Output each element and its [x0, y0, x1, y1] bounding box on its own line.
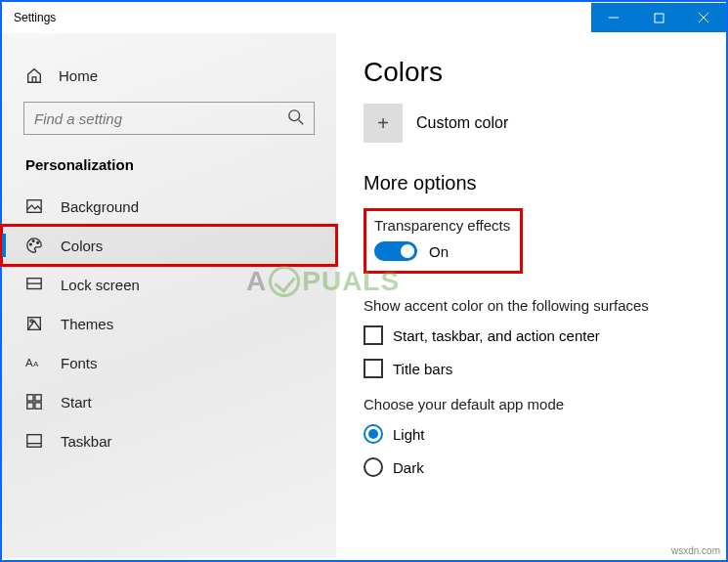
- svg-point-7: [30, 243, 32, 245]
- window-body: Home Personalization Background Colo: [2, 33, 726, 558]
- radio-icon: [364, 424, 383, 444]
- palette-icon: [25, 237, 43, 254]
- sidebar-item-taskbar[interactable]: Taskbar: [2, 421, 336, 460]
- window-controls: [591, 3, 726, 32]
- search-input[interactable]: [23, 102, 315, 135]
- svg-rect-18: [27, 403, 33, 409]
- sidebar-item-label: Background: [61, 198, 139, 215]
- transparency-group: Transparency effects On: [364, 208, 699, 274]
- source-credit: wsxdn.com: [671, 545, 720, 556]
- svg-line-5: [299, 120, 304, 125]
- settings-window: Settings Home: [0, 0, 728, 562]
- checkbox-label: Start, taskbar, and action center: [393, 327, 600, 344]
- custom-color-label: Custom color: [416, 114, 508, 132]
- sidebar-item-start[interactable]: Start: [2, 382, 336, 421]
- svg-point-9: [37, 241, 39, 243]
- sidebar-item-fonts[interactable]: AA Fonts: [2, 343, 336, 382]
- themes-icon: [25, 315, 43, 332]
- home-label: Home: [59, 67, 98, 84]
- maximize-icon: [654, 13, 664, 23]
- sidebar-item-background[interactable]: Background: [2, 187, 336, 226]
- plus-icon: +: [377, 112, 389, 135]
- transparency-row: On: [374, 241, 510, 261]
- checkbox-label: Title bars: [393, 361, 452, 377]
- svg-rect-6: [27, 200, 41, 213]
- sidebar-item-label: Start: [61, 394, 92, 411]
- radio-label: Dark: [393, 459, 424, 476]
- search-icon: [287, 108, 305, 130]
- svg-text:A: A: [33, 360, 39, 368]
- svg-rect-20: [27, 435, 41, 448]
- custom-color-row: + Custom color: [364, 104, 699, 143]
- accent-surfaces-heading: Show accent color on the following surfa…: [364, 297, 699, 314]
- close-icon: [698, 12, 709, 23]
- sidebar-item-themes[interactable]: Themes: [2, 304, 336, 343]
- sidebar-item-lockscreen[interactable]: Lock screen: [2, 265, 336, 304]
- checkbox-icon: [364, 325, 383, 345]
- svg-rect-16: [27, 395, 33, 401]
- titlebar: Settings: [2, 2, 726, 33]
- maximize-button[interactable]: [636, 3, 681, 32]
- fonts-icon: AA: [25, 354, 43, 371]
- sidebar-item-label: Taskbar: [61, 433, 112, 450]
- svg-rect-19: [35, 403, 41, 409]
- mode-dark-radio[interactable]: Dark: [364, 457, 699, 477]
- page-title: Colors: [364, 57, 699, 88]
- more-options-heading: More options: [364, 172, 699, 195]
- main-panel: Colors + Custom color More options Trans…: [336, 33, 726, 558]
- highlight-box: Transparency effects On: [364, 208, 523, 274]
- category-heading: Personalization: [2, 152, 336, 187]
- minimize-icon: [608, 12, 620, 23]
- svg-text:A: A: [25, 357, 33, 368]
- accent-titlebars-checkbox[interactable]: Title bars: [364, 359, 699, 378]
- taskbar-icon: [25, 432, 43, 450]
- sidebar-item-label: Lock screen: [61, 277, 140, 293]
- sidebar-item-label: Colors: [61, 238, 103, 254]
- accent-start-taskbar-checkbox[interactable]: Start, taskbar, and action center: [364, 325, 699, 345]
- svg-point-13: [30, 320, 33, 323]
- lockscreen-icon: [25, 276, 43, 293]
- radio-icon: [364, 457, 383, 477]
- start-icon: [25, 393, 43, 411]
- app-mode-heading: Choose your default app mode: [364, 396, 699, 412]
- custom-color-button[interactable]: +: [364, 104, 403, 143]
- sidebar-item-colors[interactable]: Colors: [2, 226, 336, 265]
- minimize-button[interactable]: [591, 3, 636, 32]
- svg-point-4: [289, 110, 300, 121]
- transparency-toggle[interactable]: [374, 241, 417, 261]
- sidebar-item-label: Themes: [61, 316, 113, 332]
- svg-rect-1: [655, 14, 664, 22]
- radio-label: Light: [393, 426, 425, 443]
- home-icon: [25, 66, 43, 84]
- mode-light-radio[interactable]: Light: [364, 424, 699, 444]
- transparency-label: Transparency effects: [374, 217, 510, 234]
- transparency-state: On: [429, 243, 449, 260]
- window-title: Settings: [2, 11, 56, 24]
- svg-rect-17: [35, 395, 41, 401]
- sidebar-item-label: Fonts: [61, 355, 98, 371]
- svg-point-8: [32, 240, 34, 242]
- picture-icon: [25, 197, 43, 215]
- search-container: [23, 102, 315, 135]
- checkbox-icon: [364, 359, 383, 378]
- close-button[interactable]: [681, 3, 726, 32]
- home-nav[interactable]: Home: [2, 57, 336, 94]
- sidebar: Home Personalization Background Colo: [2, 33, 336, 558]
